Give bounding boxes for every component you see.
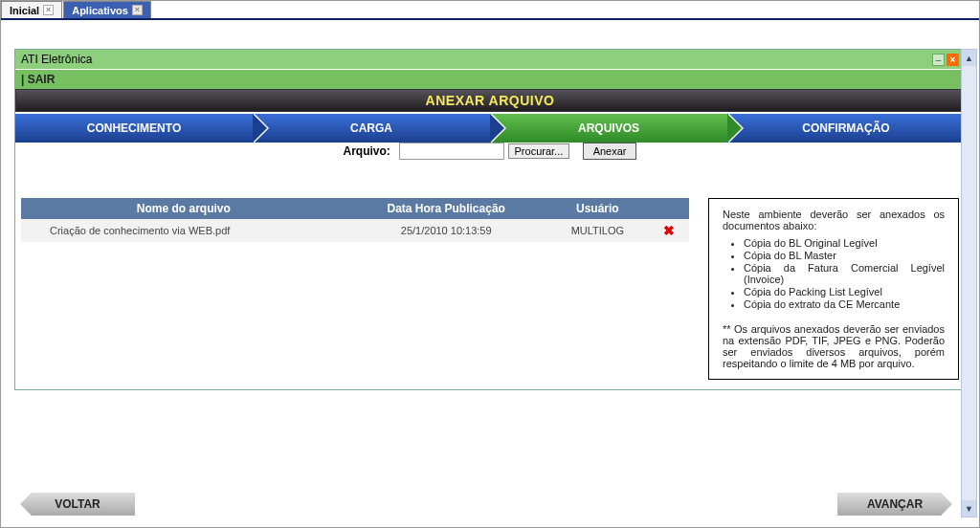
main-panel: ATI Eletrônica – × | SAIR ANEXAR ARQUIVO… [14, 49, 966, 390]
step-label: CONFIRMAÇÃO [802, 121, 889, 135]
voltar-button[interactable]: VOLTAR [20, 493, 135, 516]
tab-label: Aplicativos [72, 5, 128, 16]
col-usuario: Usuário [546, 198, 649, 219]
button-label: VOLTAR [55, 497, 100, 511]
info-intro: Neste ambiente deverão ser anexados os d… [723, 209, 945, 231]
file-list-column: Nome do arquivo Data Hora Publicação Usu… [21, 198, 689, 380]
cell-usuario: MULTILOG [546, 219, 649, 242]
arquivo-label: Arquivo: [344, 144, 390, 158]
list-item: Cópia do BL Master [744, 250, 945, 261]
col-data: Data Hora Publicação [346, 198, 546, 219]
list-item: Cópia do extrato da CE Mercante [744, 298, 945, 310]
panel-title: ATI Eletrônica [21, 53, 92, 66]
panel-title-bar: ATI Eletrônica – × [15, 50, 965, 69]
app-window: Inicial × Aplicativos × ATI Eletrônica –… [0, 0, 980, 528]
col-action [649, 198, 689, 219]
button-label: AVANÇAR [867, 497, 923, 511]
list-item: Cópia do BL Original Legível [744, 237, 945, 249]
arquivo-input[interactable] [399, 143, 504, 160]
delete-icon[interactable]: ✖ [663, 223, 675, 238]
info-box: Neste ambiente deverão ser anexados os d… [708, 198, 959, 380]
step-conhecimento[interactable]: CONHECIMENTO [15, 114, 253, 143]
wizard-steps: CONHECIMENTO CARGA ARQUIVOS CONFIRMAÇÃO [15, 114, 965, 143]
info-list: Cópia do BL Original Legível Cópia do BL… [744, 237, 945, 310]
info-column: Neste ambiente deverão ser anexados os d… [708, 198, 959, 380]
vertical-scrollbar[interactable]: ▲ ▼ [961, 49, 977, 517]
scroll-up-icon[interactable]: ▲ [962, 50, 976, 66]
cell-nome: Criação de conhecimento via WEB.pdf [21, 219, 346, 242]
sair-label: | SAIR [21, 73, 55, 86]
file-table: Nome do arquivo Data Hora Publicação Usu… [21, 198, 689, 242]
close-icon[interactable]: × [43, 5, 54, 15]
table-row: Criação de conhecimento via WEB.pdf 25/1… [21, 219, 689, 242]
step-arquivos[interactable]: ARQUIVOS [490, 114, 727, 143]
list-item: Cópia da Fatura Comercial Legível (Invoi… [744, 262, 945, 285]
content-area: ATI Eletrônica – × | SAIR ANEXAR ARQUIVO… [1, 20, 979, 527]
minimize-icon[interactable]: – [932, 54, 945, 66]
cell-data: 25/1/2010 10:13:59 [346, 219, 546, 242]
footer-buttons: VOLTAR AVANÇAR [20, 493, 952, 516]
list-item: Cópia do Packing List Legível [744, 286, 945, 297]
close-icon[interactable]: × [132, 5, 143, 15]
scroll-track[interactable] [962, 66, 976, 500]
avancar-button[interactable]: AVANÇAR [837, 493, 952, 516]
close-icon[interactable]: × [947, 54, 959, 66]
step-confirmacao[interactable]: CONFIRMAÇÃO [727, 114, 965, 143]
tab-aplicativos[interactable]: Aplicativos × [63, 1, 151, 18]
main-body: Nome do arquivo Data Hora Publicação Usu… [15, 179, 965, 389]
anexar-button[interactable]: Anexar [583, 143, 637, 160]
info-note: ** Os arquivos anexados deverão ser envi… [723, 323, 945, 369]
procurar-button[interactable]: Procurar... [508, 143, 570, 159]
step-label: CONHECIMENTO [87, 121, 181, 135]
sair-bar[interactable]: | SAIR [15, 69, 965, 89]
tab-label: Inicial [10, 5, 39, 16]
table-header-row: Nome do arquivo Data Hora Publicação Usu… [21, 198, 689, 219]
cell-delete: ✖ [649, 219, 689, 242]
tabs-bar: Inicial × Aplicativos × [1, 1, 979, 20]
col-nome: Nome do arquivo [21, 198, 346, 219]
panel-controls: – × [932, 54, 959, 66]
step-carga[interactable]: CARGA [253, 114, 490, 143]
step-label: ARQUIVOS [578, 121, 639, 135]
step-label: CARGA [350, 121, 392, 135]
tab-inicial[interactable]: Inicial × [1, 1, 62, 18]
scroll-down-icon[interactable]: ▼ [962, 500, 976, 517]
upload-row: Arquivo: Procurar... Anexar [15, 143, 965, 160]
section-title: ANEXAR ARQUIVO [426, 93, 555, 108]
section-header: ANEXAR ARQUIVO [15, 89, 965, 112]
